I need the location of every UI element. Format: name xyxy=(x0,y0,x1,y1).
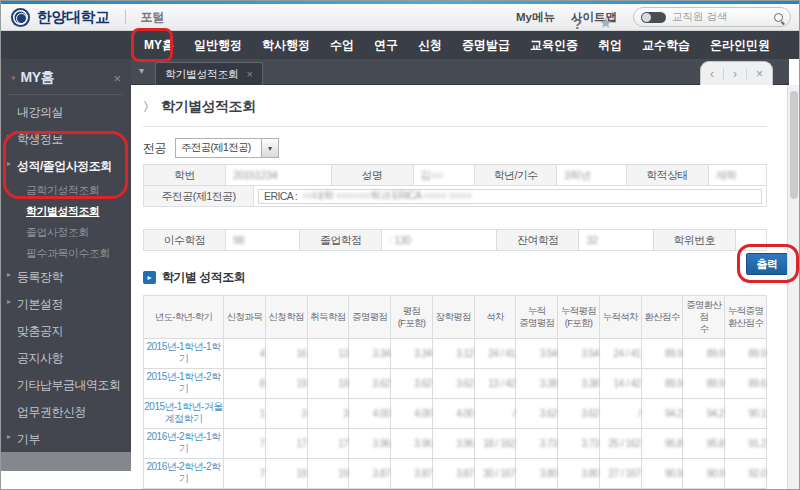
nav-item[interactable]: MY홈 xyxy=(134,37,184,54)
close-all-icon[interactable]: × xyxy=(747,63,772,85)
tab-list-chevron-icon[interactable]: ▾ xyxy=(139,65,144,76)
status-label: 학적상태 xyxy=(626,165,708,186)
breadcrumb-arrow-icon: 〉 xyxy=(143,99,155,116)
term-link[interactable]: 2015년-1학년-겨울계절학기 xyxy=(144,401,223,426)
credit-info-table: 이수학점 98 졸업학점 : 130 잔여학점 32 학위번호 xyxy=(143,229,767,251)
term-link[interactable]: 2015년-1학년-2학기 xyxy=(144,371,223,396)
grades-column-header: 증명평점 xyxy=(349,296,391,339)
print-button[interactable]: 출력 xyxy=(746,253,788,275)
nav-item[interactable]: 학사행정 xyxy=(252,37,320,54)
vertical-scrollbar[interactable] xyxy=(787,85,799,490)
grades-column-header: 신청학점 xyxy=(265,296,307,339)
staff-search-box[interactable]: 교직원 검색 xyxy=(633,7,791,27)
degree-number-value xyxy=(735,230,766,251)
sidebar-item-notice[interactable]: 공지사항 xyxy=(1,345,131,372)
next-tab-icon[interactable]: › xyxy=(724,63,746,85)
grades-column-header: 신청과목 xyxy=(224,296,266,339)
sidebar-item-grades-group[interactable]: 성적/졸업사정조회 xyxy=(1,153,131,180)
sidebar-item-lecture-room[interactable]: 내강의실 xyxy=(1,99,131,126)
earned-credits-label: 이수학점 xyxy=(144,230,226,251)
sidebar-item-term-grades[interactable]: 학기별성적조회 xyxy=(1,201,131,222)
main-nav: MY홈일반행정학사행정수업연구신청증명발급교육인증취업교수학습온라인민원 xyxy=(1,31,800,59)
earned-credits-value: 98 xyxy=(226,230,300,251)
scrollbar-thumb[interactable] xyxy=(790,91,798,199)
nav-item[interactable]: 취업 xyxy=(588,37,632,54)
term-cell: 2015년-1학년-2학기 xyxy=(144,368,224,398)
sidebar-item-registration-scholarship[interactable]: 등록장학 xyxy=(1,264,131,291)
major-row-label: 주전공(제1전공) xyxy=(144,186,254,207)
grades-row: 2015년-1학년-2학기 8 19 19 3.62 3.62 3.62 13 … xyxy=(144,368,767,398)
sidebar-item-work-authority[interactable]: 업무권한신청 xyxy=(1,399,131,426)
remaining-credits-value: 32 xyxy=(579,230,653,251)
term-cell: 2015년-1학년-겨울계절학기 xyxy=(144,398,224,428)
sidebar-item-student-info[interactable]: 학생정보 xyxy=(1,126,131,153)
nav-item[interactable]: 교육인증 xyxy=(520,37,588,54)
term-link[interactable]: 2016년-2학년-2학기 xyxy=(144,461,223,486)
search-input[interactable]: 교직원 검색 xyxy=(672,10,768,24)
sidebar-item-custom-notice[interactable]: 맞춤공지 xyxy=(1,318,131,345)
grades-row: 2015년-1학년-겨울계절학기 1 3 3 4.00 4.00 4.00 / … xyxy=(144,398,767,428)
portal-window: 한양대학교 포털 My메뉴 사이트맵 교직원 검색 MY홈일반행정학사행정수업연… xyxy=(0,0,800,490)
major-select[interactable]: 주전공(제1전공) ▾ xyxy=(175,138,279,158)
grades-column-header: 누적 증명평점 xyxy=(516,296,558,339)
content-area: 〉 학기별성적조회 전공 주전공(제1전공) ▾ 학번 20151234 성명 … xyxy=(131,85,777,490)
tab-term-grades[interactable]: 학기별성적조회 × xyxy=(155,62,263,85)
sidebar-footer xyxy=(1,452,131,471)
nav-item[interactable]: 증명발급 xyxy=(452,37,520,54)
nav-item[interactable]: 신청 xyxy=(408,37,452,54)
grades-table: 년도-학년-학기신청과목신청학점취득학점증명평점평점 (F포함)장학평점석차누적… xyxy=(143,295,767,490)
grades-column-header: 누적석차 xyxy=(599,296,641,339)
grades-column-header: 장학평점 xyxy=(432,296,474,339)
year-label: 학년/기수 xyxy=(475,165,557,186)
sidebar-item-graduation-review[interactable]: 졸업사정조회 xyxy=(1,222,131,243)
degree-number-label: 학위번호 xyxy=(653,230,735,251)
grades-column-header: 평점 (F포함) xyxy=(391,296,433,339)
nav-item[interactable]: 교수학습 xyxy=(632,37,700,54)
sidebar: ▾ MY홈 × 내강의실 학생정보 성적/졸업사정조회 금학기성적조회 학기별성… xyxy=(1,59,131,471)
logo-divider xyxy=(125,10,126,24)
grades-column-header: 년도-학년-학기 xyxy=(144,296,224,339)
sidebar-item-current-term-grades[interactable]: 금학기성적조회 xyxy=(1,180,131,201)
search-toggle[interactable] xyxy=(641,12,666,23)
nav-item[interactable]: 일반행정 xyxy=(184,37,252,54)
sidebar-item-other-payments[interactable]: 기타납부금내역조회 xyxy=(1,372,131,399)
favorite-star-icon[interactable]: ★ xyxy=(599,14,612,32)
major-select-value: 주전공(제1전공) xyxy=(176,141,261,155)
search-icon[interactable] xyxy=(774,13,783,22)
tab-close-icon[interactable]: × xyxy=(247,68,253,80)
grades-column-header: 석차 xyxy=(474,296,516,339)
graduation-credits-value: : 130 xyxy=(382,230,497,251)
sidebar-close-icon[interactable]: × xyxy=(113,71,121,86)
sidebar-item-required-courses[interactable]: 필수과목이수조회 xyxy=(1,243,131,264)
grades-row: 2016년-2학년-1학기 7 17 17 3.96 3.96 3.96 18 … xyxy=(144,428,767,458)
top-header: 한양대학교 포털 My메뉴 사이트맵 교직원 검색 xyxy=(1,4,800,31)
name-label: 성명 xyxy=(331,165,413,186)
sidebar-item-donation[interactable]: 기부 xyxy=(1,426,131,453)
nav-item[interactable]: 연구 xyxy=(364,37,408,54)
tab-label: 학기별성적조회 xyxy=(165,67,239,82)
sidebar-divider xyxy=(9,94,123,95)
name-value: 김○○ xyxy=(413,165,475,186)
university-logo-icon xyxy=(11,8,30,27)
term-cell: 2016년-2학년-2학기 xyxy=(144,458,224,488)
student-id-value: 20151234 xyxy=(226,165,332,186)
term-link[interactable]: 2015년-1학년-1학기 xyxy=(144,341,223,366)
major-info-table: 주전공(제1전공) ERICA : ○○대학 ○○○○○○학과 ERICA ○○… xyxy=(143,185,767,207)
logo[interactable]: 한양대학교 포털 xyxy=(11,8,165,27)
my-menu-link[interactable]: My메뉴 xyxy=(516,10,555,25)
grades-column-header: 누적증명 환산점수 xyxy=(725,296,767,339)
dropdown-arrow-icon[interactable]: ▾ xyxy=(261,139,278,157)
help-icon[interactable]: ? xyxy=(573,15,582,32)
sidebar-caret-icon: ▾ xyxy=(11,73,16,83)
grades-column-header: 증명환산점 수 xyxy=(683,296,725,339)
section-arrow-icon: ▸ xyxy=(143,271,156,284)
grades-column-header: 누적평점 (F포함) xyxy=(558,296,600,339)
sidebar-item-basic-settings[interactable]: 기본설정 xyxy=(1,291,131,318)
nav-item[interactable]: 온라인민원 xyxy=(700,37,780,54)
nav-item[interactable]: 수업 xyxy=(320,37,364,54)
prev-tab-icon[interactable]: ‹ xyxy=(701,63,723,85)
title-divider xyxy=(143,126,767,127)
term-link[interactable]: 2016년-2학년-1학기 xyxy=(144,431,223,456)
page-title: 학기별성적조회 xyxy=(161,98,256,116)
status-value: 재학 xyxy=(708,165,766,186)
